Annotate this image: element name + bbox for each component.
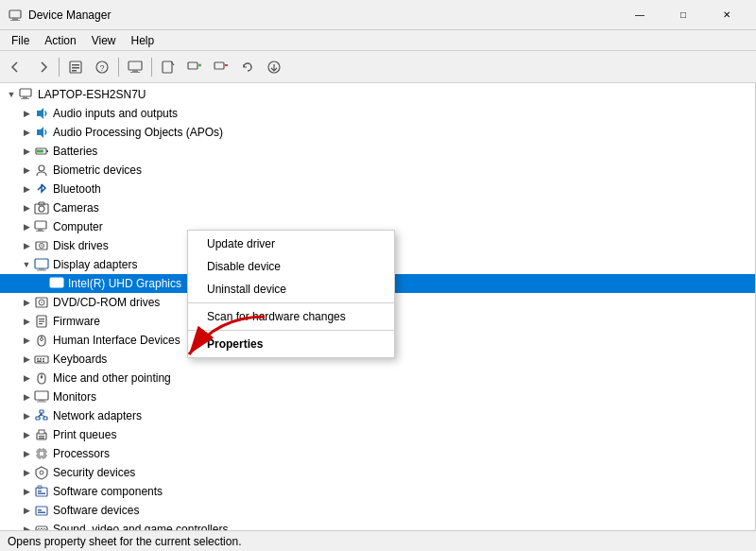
expander[interactable] [19, 389, 34, 405]
update-button[interactable] [235, 55, 260, 79]
svg-rect-58 [35, 391, 48, 400]
context-menu-update-driver[interactable]: Update driver [188, 232, 394, 255]
svg-rect-82 [38, 493, 45, 495]
svg-rect-28 [35, 221, 46, 229]
expander[interactable] [19, 522, 34, 530]
svg-rect-67 [39, 438, 44, 439]
menu-file[interactable]: File [4, 32, 37, 49]
expander[interactable] [19, 257, 34, 272]
svg-rect-9 [129, 61, 142, 70]
list-item[interactable]: Mice and other pointing [0, 369, 755, 387]
svg-rect-2 [10, 20, 20, 21]
svg-point-26 [39, 206, 44, 212]
forward-button[interactable] [30, 55, 55, 79]
context-menu-disable-device[interactable]: Disable device [188, 255, 394, 278]
svg-rect-81 [38, 491, 42, 492]
expander[interactable] [19, 352, 34, 367]
expander[interactable] [19, 295, 34, 310]
expander[interactable] [19, 219, 34, 234]
scan-button[interactable] [156, 55, 180, 79]
expander[interactable] [19, 446, 34, 461]
list-item[interactable]: Network adapters [0, 406, 755, 425]
root-expander[interactable] [4, 87, 19, 102]
list-item[interactable]: Audio Processing Objects (APOs) [0, 123, 755, 142]
expander[interactable] [19, 370, 34, 386]
expander[interactable] [19, 465, 34, 480]
svg-rect-49 [35, 356, 48, 363]
svg-rect-44 [39, 321, 44, 322]
item-label: Network adapters [53, 409, 142, 422]
context-menu-uninstall-device[interactable]: Uninstall device [188, 278, 394, 301]
list-item[interactable]: Security devices [0, 463, 755, 482]
status-text: Opens property sheet for the current sel… [8, 535, 241, 548]
back-button[interactable] [4, 55, 28, 79]
status-bar: Opens property sheet for the current sel… [0, 530, 756, 551]
expander[interactable] [19, 427, 34, 442]
item-label: Mice and other pointing [53, 371, 171, 385]
menu-help[interactable]: Help [124, 32, 163, 49]
svg-rect-54 [43, 361, 44, 363]
expander[interactable] [19, 106, 34, 121]
list-item[interactable]: Print queues [0, 425, 755, 444]
window-controls: — □ ✕ [618, 0, 748, 30]
expander[interactable] [19, 163, 34, 178]
network-icon [34, 408, 49, 423]
svg-rect-4 [72, 64, 79, 66]
download-button[interactable] [262, 55, 286, 79]
item-label: Processors [53, 447, 110, 460]
computer-button[interactable] [123, 55, 147, 79]
security-icon [34, 465, 49, 480]
list-item[interactable]: Bluetooth [0, 180, 755, 198]
list-item[interactable]: Monitors [0, 387, 755, 406]
context-menu-scan-hardware[interactable]: Scan for hardware changes [188, 305, 394, 328]
list-item[interactable]: Software components [0, 482, 755, 501]
expander[interactable] [19, 238, 34, 253]
expander[interactable] [19, 333, 34, 348]
context-menu-properties[interactable]: Properties [188, 333, 394, 355]
svg-rect-36 [37, 270, 46, 271]
list-item[interactable]: Software devices [0, 501, 755, 520]
audio-processing-icon [34, 125, 49, 140]
list-item[interactable]: Cameras [0, 198, 755, 217]
item-label: Security devices [53, 466, 135, 479]
list-item[interactable]: Audio inputs and outputs [0, 104, 755, 123]
item-label: Disk drives [53, 239, 109, 252]
add-button[interactable] [182, 55, 207, 79]
tree-root[interactable]: LAPTOP-ESH2SN7U [0, 85, 755, 104]
expander[interactable] [19, 503, 34, 518]
expander[interactable] [19, 144, 34, 159]
help-button[interactable]: ? [90, 55, 114, 79]
menu-view[interactable]: View [84, 32, 124, 49]
list-item[interactable]: Sound, video and game controllers [0, 520, 755, 530]
expander[interactable] [19, 181, 34, 197]
item-label: Software components [53, 485, 163, 498]
software-components-icon [34, 484, 49, 499]
item-label: DVD/CD-ROM drives [53, 296, 160, 309]
list-item[interactable]: Batteries [0, 142, 755, 161]
svg-rect-10 [132, 70, 138, 72]
firmware-icon [34, 314, 49, 329]
list-item[interactable]: Biometric devices [0, 161, 755, 180]
properties-button[interactable] [63, 55, 88, 79]
svg-rect-30 [36, 231, 44, 232]
expander[interactable] [19, 408, 34, 423]
remove-button[interactable] [209, 55, 233, 79]
svg-rect-5 [72, 67, 79, 69]
expander[interactable] [19, 125, 34, 140]
intel-gpu-icon [49, 276, 64, 291]
dvd-icon [34, 295, 49, 310]
svg-rect-13 [188, 62, 198, 69]
battery-icon [34, 144, 49, 159]
svg-rect-52 [43, 358, 44, 360]
minimize-button[interactable]: — [618, 0, 662, 30]
expander[interactable] [19, 484, 34, 499]
list-item[interactable]: Processors [0, 444, 755, 463]
svg-point-78 [40, 471, 43, 474]
svg-rect-22 [37, 150, 43, 153]
close-button[interactable]: ✕ [705, 0, 748, 30]
menu-action[interactable]: Action [37, 32, 83, 49]
context-menu-separator-1 [188, 302, 394, 303]
expander[interactable] [19, 314, 34, 329]
maximize-button[interactable]: □ [662, 0, 705, 30]
expander[interactable] [19, 200, 34, 215]
